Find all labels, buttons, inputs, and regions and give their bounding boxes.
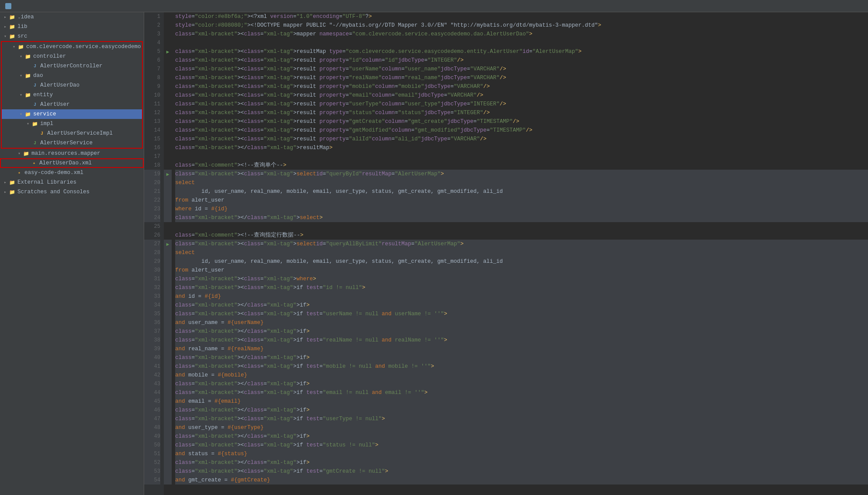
line-number: 39 — [144, 345, 160, 353]
gutter-line — [164, 30, 172, 38]
sidebar-item-controller[interactable]: 📁 controller — [2, 52, 142, 61]
gutter-line — [164, 353, 172, 362]
line-number: 45 — [144, 397, 160, 406]
gutter-line — [164, 283, 172, 292]
sidebar-item-com[interactable]: 📁 com.clevercode.service.easycodedemo — [2, 42, 142, 52]
gutter-line — [164, 21, 172, 30]
line-number: 7 — [144, 65, 160, 73]
xml-icon: ✦ — [16, 170, 23, 176]
line-number: 33 — [144, 292, 160, 301]
sidebar-item-easycodedemoxml[interactable]: ✦ easy-code-demo.xml — [0, 168, 144, 178]
line-number: 54 — [144, 476, 160, 485]
code-line: and gmt_create = #{gmtCreate} — [175, 476, 868, 485]
arrow-closed — [2, 24, 9, 29]
code-line: select — [175, 178, 868, 187]
sidebar-item-alertuserdaoxml[interactable]: ✦ AlertUserDao.xml — [0, 158, 144, 168]
sidebar-item-label: service — [33, 111, 142, 117]
sidebar-item-lib[interactable]: 📁 lib — [0, 22, 144, 31]
sidebar-item-label: easy-code-demo.xml — [24, 170, 144, 176]
line-number: 40 — [144, 353, 160, 362]
sidebar[interactable]: 📁 .idea 📁 lib 📁 src 📁 com.clevercode.ser… — [0, 12, 144, 495]
code-content[interactable]: style="color:#e8bf6a;"><?xml version="1.… — [172, 12, 868, 495]
code-line: class="xml-bracket"><class="xml-tag">sel… — [175, 170, 868, 178]
line-number: 4 — [144, 38, 160, 47]
code-line: class="xml-bracket"><class="xml-tag">res… — [175, 117, 868, 126]
arrow-open — [2, 34, 9, 39]
code-line: class="xml-bracket"><class="xml-tag">res… — [175, 126, 868, 135]
folder-icon: 📁 — [9, 33, 16, 39]
line-number: 52 — [144, 458, 160, 467]
arrow-open — [17, 54, 24, 59]
folder-icon: 📁 — [24, 92, 31, 98]
code-line: and status = #{status} — [175, 450, 868, 458]
sidebar-item-mainresourcesmapper[interactable]: 📁 main.resources.mapper — [0, 149, 144, 158]
sidebar-item-idea[interactable]: 📁 .idea — [0, 12, 144, 22]
code-line: from alert_user — [175, 196, 868, 205]
run-gutter-icon[interactable]: ▶ — [166, 241, 169, 247]
line-number: 29 — [144, 257, 160, 266]
sidebar-item-service[interactable]: 📁 service — [2, 109, 142, 119]
title-bar — [0, 0, 868, 12]
sidebar-item-alertuserservice[interactable]: J AlertUserService — [2, 138, 142, 148]
line-number: 15 — [144, 135, 160, 143]
line-number: 17 — [144, 152, 160, 161]
gutter-line — [164, 301, 172, 310]
sidebar-item-alertuser[interactable]: J AlertUser — [2, 100, 142, 109]
gutter-line — [164, 222, 172, 231]
gutter-line — [164, 441, 172, 450]
sidebar-item-alertuserserviceimpl[interactable]: J AlertUserServiceImpl — [2, 129, 142, 138]
run-gutter-icon[interactable]: ▶ — [166, 171, 169, 177]
code-line: and id = #{id} — [175, 292, 868, 301]
sidebar-item-entity[interactable]: 📁 entity — [2, 90, 142, 100]
sidebar-item-label: AlertUserService — [40, 140, 142, 146]
line-number: 5 — [144, 47, 160, 56]
gutter-line — [164, 476, 172, 485]
sidebar-item-externallibs[interactable]: 📁 External Libraries — [0, 178, 144, 187]
java-icon: J — [31, 63, 38, 69]
line-number: 38 — [144, 336, 160, 345]
arrow-open — [10, 44, 17, 49]
line-number: 27 — [144, 240, 160, 248]
line-number: 11 — [144, 100, 160, 108]
code-line: class="xml-bracket"><class="xml-tag">map… — [175, 30, 868, 38]
line-number: 22 — [144, 196, 160, 205]
sidebar-item-dao[interactable]: 📁 dao — [2, 71, 142, 80]
gutter-line — [164, 432, 172, 441]
gutter-line — [164, 213, 172, 222]
folder-icon: 📁 — [24, 111, 31, 117]
arrow-open — [24, 121, 31, 126]
sidebar-item-alertusercontroller[interactable]: J AlertUserController — [2, 61, 142, 71]
sidebar-item-impl[interactable]: 📁 impl — [2, 119, 142, 129]
gutter-line — [164, 135, 172, 143]
gutter-line — [164, 257, 172, 266]
sidebar-item-scratchconsoles[interactable]: 📁 Scratches and Consoles — [0, 187, 144, 197]
line-number: 44 — [144, 388, 160, 397]
line-number: 24 — [144, 213, 160, 222]
folder-icon: 📁 — [23, 150, 30, 157]
sidebar-item-label: External Libraries — [17, 179, 144, 185]
folder-icon: 📁 — [9, 24, 16, 30]
code-line: class="xml-bracket"></class="xml-tag">if… — [175, 353, 868, 362]
gutter-line: ▶ — [164, 47, 172, 56]
sidebar-item-label: AlertUser — [40, 101, 142, 108]
code-line: class="xml-bracket"><class="xml-tag">if … — [175, 441, 868, 450]
line-numbers: 1234567891011121314151617181920212223242… — [144, 12, 164, 495]
java-impl-icon: J — [38, 130, 45, 136]
run-gutter-icon[interactable]: ▶ — [166, 49, 169, 55]
gutter: ▶▶▶ — [164, 12, 172, 495]
gutter-line — [164, 143, 172, 152]
sidebar-item-label: main.resources.mapper — [31, 150, 144, 157]
sidebar-item-alertuserdao[interactable]: J AlertUserDao — [2, 80, 142, 90]
code-line: class="xml-bracket"><class="xml-tag">if … — [175, 283, 868, 292]
arrow-closed — [2, 189, 9, 195]
line-number: 47 — [144, 415, 160, 423]
code-line: class="xml-bracket"><class="xml-tag">res… — [175, 65, 868, 73]
sidebar-item-label: dao — [33, 73, 142, 79]
gutter-line — [164, 56, 172, 65]
line-number: 18 — [144, 161, 160, 170]
gutter-line: ▶ — [164, 170, 172, 178]
code-line: class="xml-bracket"></class="xml-tag">re… — [175, 143, 868, 152]
sidebar-item-src[interactable]: 📁 src — [0, 31, 144, 41]
line-number: 3 — [144, 30, 160, 38]
code-line: class="xml-bracket"></class="xml-tag">if… — [175, 432, 868, 441]
